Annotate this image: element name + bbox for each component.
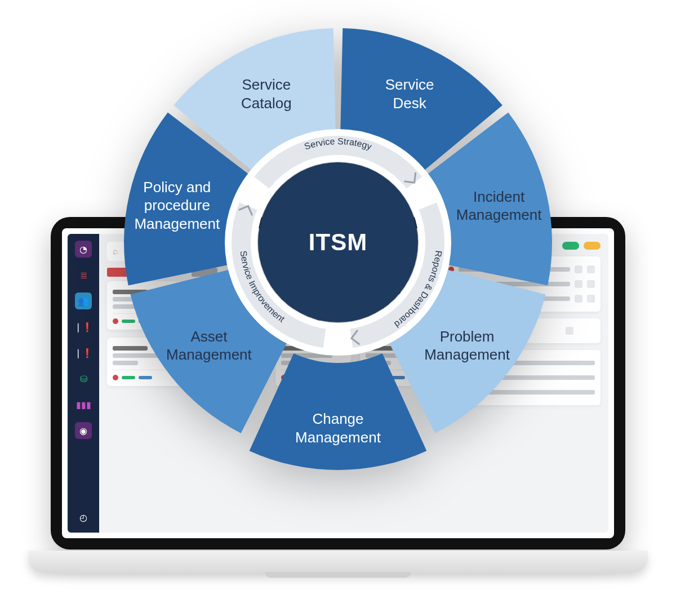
gauge-icon[interactable]: ◔ [75,241,92,258]
alert2-icon[interactable]: ❘❗ [75,344,92,361]
status-yellow [584,242,601,250]
alert-icon[interactable]: ❘❗ [75,318,92,335]
segment-change_management [250,353,427,470]
users-icon[interactable]: 👥 [75,293,92,309]
server-icon[interactable]: ⛁ [75,370,92,387]
logo-icon[interactable]: ◴ [75,509,92,526]
chart-bar-icon[interactable]: ▮▮▮ [75,396,92,413]
list-ol-icon[interactable]: ≣ [75,267,92,283]
itsm-wheel: Service StrategyReports & DashboardServi… [96,0,580,485]
logo-alt-icon[interactable]: ◉ [75,422,92,439]
laptop-base [28,551,648,573]
nav-sidebar: ◔ ≣ 👥 ❘❗ ❘❗ ⛁ ▮▮▮ ◉ ◴ [68,234,99,533]
svg-point-1 [258,162,418,322]
laptop-foot [265,572,411,578]
